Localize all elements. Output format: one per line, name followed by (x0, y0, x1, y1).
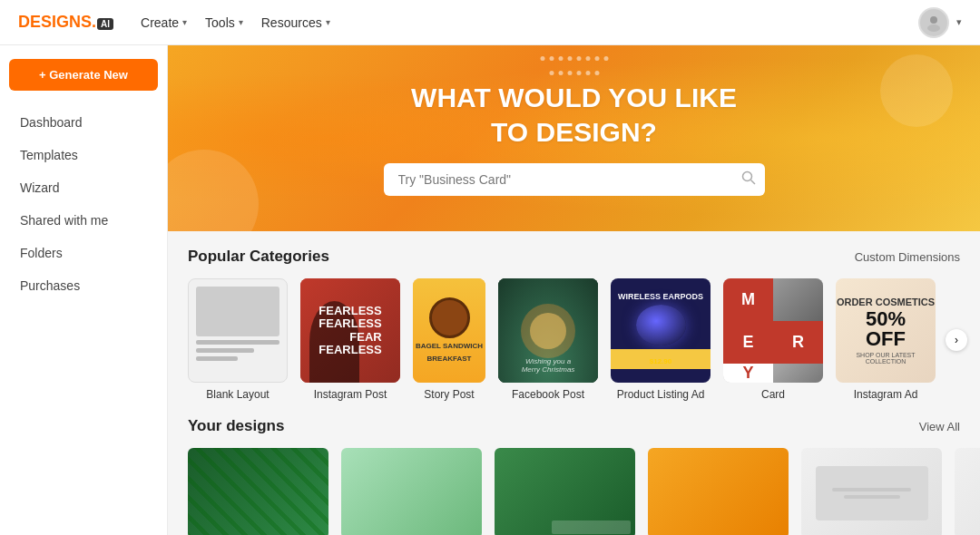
your-designs-title: Your designs (188, 417, 284, 435)
svg-point-2 (742, 172, 751, 181)
category-blank-layout[interactable]: Blank Layout (188, 278, 288, 401)
category-card[interactable]: M E R Y Card (723, 278, 823, 401)
story-text: BAGEL SANDWICH (416, 342, 483, 351)
avatar[interactable] (918, 7, 949, 38)
category-story-post[interactable]: BAGEL SANDWICH BREAKFAST Story Post (413, 278, 485, 401)
category-product-listing[interactable]: WIRELESS EARPODS $12.90 Product Listing … (611, 278, 710, 401)
blank-layout-label: Blank Layout (206, 388, 269, 401)
fb-inner (530, 313, 566, 349)
main-content: WHAT WOULD YOU LIKE TO DESIGN? Popular C… (168, 45, 980, 535)
insta-ad-content: ORDER COSMETICS 50% OFF SHOP OUR LATEST … (836, 297, 936, 365)
card-letter-y: Y (742, 364, 753, 383)
blank-layout-line3 (196, 356, 238, 361)
card-cell-photo2 (773, 364, 823, 383)
custom-dimensions-link[interactable]: Custom Dimensions (855, 250, 960, 264)
instagram-post-thumb: FEARLESSFEARLESSFEARFEARLESS (300, 278, 400, 383)
card-cell-y: Y (723, 364, 773, 383)
designs-row (188, 448, 960, 535)
hero-dots-row2 (549, 71, 599, 75)
insta-ad-percent: 50% (836, 309, 936, 329)
nav-create[interactable]: Create ▾ (141, 15, 187, 30)
sidebar-item-folders[interactable]: Folders (9, 238, 158, 268)
product-image (636, 305, 686, 345)
fb-text: Wishing you aMerry Christmas (498, 357, 598, 374)
nav-tools-chevron: ▾ (239, 17, 243, 27)
design-item-1[interactable] (188, 448, 328, 535)
nav-resources[interactable]: Resources ▾ (261, 15, 330, 30)
design-line-5b (844, 495, 900, 499)
instagram-text: FEARLESSFEARLESSFEARFEARLESS (318, 305, 381, 356)
card-letter-m: M (741, 290, 755, 309)
insta-ad-off: OFF (836, 329, 936, 349)
design-item-2[interactable] (341, 448, 482, 535)
facebook-post-label: Facebook Post (512, 388, 584, 401)
sidebar-item-dashboard[interactable]: Dashboard (9, 107, 158, 138)
design-item-3[interactable] (495, 448, 635, 535)
sidebar-item-purchases[interactable]: Purchases (9, 270, 158, 301)
design-item-4[interactable] (648, 448, 789, 535)
popular-categories-header: Popular Categories Custom Dimensions (188, 248, 960, 266)
nav-tools[interactable]: Tools ▾ (205, 15, 243, 30)
product-listing-thumb: WIRELESS EARPODS $12.90 (611, 278, 710, 383)
nav-create-chevron: ▾ (182, 17, 187, 27)
logo[interactable]: DESIGNS.AI (18, 13, 113, 32)
card-photo2 (773, 364, 823, 383)
your-designs-header: Your designs View All (188, 417, 960, 435)
design-item-6[interactable] (955, 448, 980, 535)
facebook-post-thumb: Wishing you aMerry Christmas (498, 278, 598, 383)
design-line-5a (832, 488, 911, 491)
header-right: ▾ (918, 7, 962, 38)
svg-point-1 (927, 24, 940, 32)
blank-layout-image (196, 287, 279, 336)
hero-banner: WHAT WOULD YOU LIKE TO DESIGN? (168, 45, 980, 231)
hero-dots-row1 (540, 56, 608, 61)
instagram-ad-label: Instagram Ad (854, 388, 918, 401)
categories-row: Blank Layout FEARLESSFEARLESSFEARFEARLES… (188, 278, 960, 401)
card-cell-m: M (723, 278, 773, 321)
nav-tools-label: Tools (205, 15, 235, 30)
story-post-thumb: BAGEL SANDWICH BREAKFAST (413, 278, 485, 383)
search-icon (741, 170, 756, 185)
hero-title: WHAT WOULD YOU LIKE TO DESIGN? (411, 81, 737, 149)
popular-categories-title: Popular Categories (188, 248, 329, 266)
user-icon (925, 14, 943, 32)
logo-ai-badge: AI (97, 18, 113, 30)
hero-decoration-circle-left (168, 150, 259, 231)
blank-layout-thumb (188, 278, 288, 383)
svg-line-3 (750, 180, 755, 185)
category-facebook-post[interactable]: Wishing you aMerry Christmas Facebook Po… (498, 278, 598, 401)
design-text-3 (495, 448, 635, 535)
category-instagram-ad[interactable]: ORDER COSMETICS 50% OFF SHOP OUR LATEST … (836, 278, 936, 401)
sidebar: + Generate New Dashboard Templates Wizar… (0, 45, 168, 535)
sidebar-item-wizard[interactable]: Wizard (9, 172, 158, 203)
hero-search-input[interactable] (384, 163, 765, 196)
card-cell-photo1 (773, 278, 823, 321)
card-photo (773, 278, 823, 321)
card-letter-e: E (742, 333, 753, 352)
hero-decoration-circle-right (880, 54, 953, 127)
categories-next-arrow[interactable]: › (946, 329, 967, 351)
content-area: Popular Categories Custom Dimensions Bla… (168, 231, 980, 535)
card-letter-r: R (792, 333, 804, 352)
view-all-link[interactable]: View All (919, 420, 960, 433)
category-instagram-post[interactable]: FEARLESSFEARLESSFEARFEARLESS Instagram P… (300, 278, 400, 401)
card-cell-e: E (723, 321, 773, 364)
story-subtext: BREAKFAST (427, 355, 472, 364)
design-item-5[interactable] (801, 448, 942, 535)
sidebar-item-shared[interactable]: Shared with me (9, 205, 158, 236)
design-placeholder-5 (816, 466, 928, 520)
story-burger (429, 297, 470, 338)
avatar-chevron[interactable]: ▾ (956, 16, 962, 28)
design-line-3 (552, 520, 631, 534)
search-button[interactable] (741, 170, 756, 189)
blank-layout-line2 (196, 348, 254, 353)
sidebar-item-templates[interactable]: Templates (9, 140, 158, 170)
svg-point-0 (930, 16, 937, 24)
generate-new-button[interactable]: + Generate New (9, 59, 158, 91)
card-label: Card (761, 388, 785, 401)
product-price: $12.90 (650, 357, 671, 365)
nav-create-label: Create (141, 15, 179, 30)
card-thumb: M E R Y (723, 278, 823, 383)
nav-resources-label: Resources (261, 15, 322, 30)
story-post-label: Story Post (424, 388, 474, 401)
